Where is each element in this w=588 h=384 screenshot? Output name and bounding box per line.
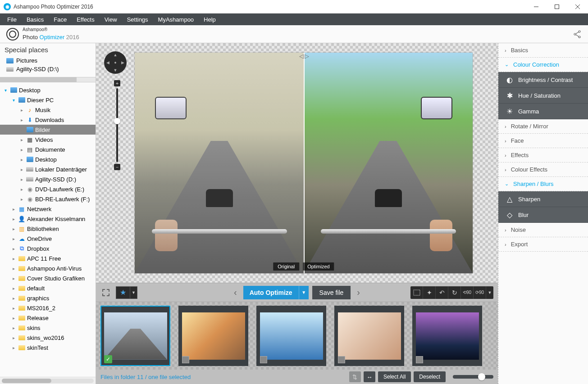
menu-view[interactable]: View [100, 14, 122, 25]
expand-arrow-icon[interactable]: ▸ [11, 256, 16, 261]
tools-dropdown-icon[interactable]: ▼ [486, 286, 493, 299]
accordion-header-colour-effects[interactable]: ›Colour Effects [498, 163, 588, 177]
thumbnail[interactable] [412, 306, 482, 366]
folder-tree[interactable]: ▾Desktop▾Dieser PC▸♪Musik▸⬇Downloads▸Bil… [0, 82, 96, 377]
tree-row[interactable]: ▸◉DVD-Laufwerk (E:) [0, 184, 96, 194]
tree-horizontal-scrollbar[interactable] [0, 377, 96, 384]
compare-divider[interactable]: ◁▷ [304, 53, 305, 273]
save-file-button[interactable]: Save file [312, 286, 351, 299]
special-places-scrollbar[interactable] [0, 77, 96, 82]
thumbnail[interactable] [334, 306, 404, 366]
thumbnail-size-slider[interactable] [453, 375, 493, 379]
sort-button[interactable]: ⇅ [349, 371, 361, 382]
expand-arrow-icon[interactable]: ▸ [11, 325, 16, 330]
thumbnail[interactable]: ✓ [100, 306, 170, 366]
accordion-header-sharpen-blurs[interactable]: ⌄Sharpen / Blurs [498, 177, 588, 191]
tree-row[interactable]: ▸◉BD-RE-Laufwerk (F:) [0, 194, 96, 204]
tree-row[interactable]: ▸graphics [0, 293, 96, 303]
accordion-item-hue-saturation[interactable]: ✱Hue / Saturation [498, 88, 588, 104]
tree-row[interactable]: ▸Release [0, 313, 96, 323]
tree-row[interactable]: ▸default [0, 283, 96, 293]
magic-tool-icon[interactable]: ✦ [423, 286, 436, 299]
expand-arrow-icon[interactable]: ▸ [19, 137, 24, 142]
close-button[interactable] [567, 0, 588, 14]
expand-arrow-icon[interactable]: ▸ [19, 157, 24, 162]
expand-arrow-icon[interactable]: ▸ [19, 167, 24, 172]
tree-row[interactable]: ▸skins [0, 323, 96, 333]
expand-arrow-icon[interactable]: ▸ [19, 147, 24, 152]
accordion-item-sharpen[interactable]: △Sharpen [498, 191, 588, 207]
accordion-header-noise[interactable]: ›Noise [498, 223, 588, 237]
expand-arrow-icon[interactable]: ▾ [3, 88, 8, 93]
select-all-button[interactable]: Select All [378, 371, 411, 382]
expand-arrow-icon[interactable]: ▾ [11, 98, 16, 103]
fit-button[interactable]: ↔ [364, 371, 375, 382]
menu-myashampoo[interactable]: MyAshampoo [154, 14, 198, 25]
tree-row[interactable]: ▸👤Alexander Kisselmann [0, 214, 96, 224]
expand-arrow-icon[interactable]: ▸ [19, 197, 24, 202]
accordion-header-basics[interactable]: ›Basics [498, 43, 588, 58]
undo-icon[interactable]: ↶ [436, 286, 448, 299]
rotate-right-icon[interactable]: ⟳90 [474, 286, 486, 299]
tree-row[interactable]: ▾Dieser PC [0, 95, 96, 105]
tree-row[interactable]: ▸▦Videos [0, 135, 96, 145]
expand-arrow-icon[interactable]: ▸ [19, 108, 24, 113]
rating-dropdown-icon[interactable]: ▼ [130, 286, 137, 299]
zoom-in-button[interactable]: + [114, 80, 120, 86]
expand-arrow-icon[interactable]: ▸ [19, 177, 24, 182]
menu-file[interactable]: File [3, 14, 21, 25]
tree-row[interactable]: ▸⬇Downloads [0, 115, 96, 125]
tree-row[interactable]: ▸MS2016_2 [0, 303, 96, 313]
auto-optimize-dropdown-icon[interactable]: ▼ [299, 286, 309, 299]
tree-row[interactable]: ▸Bilder [0, 125, 96, 135]
thumbnail[interactable] [178, 306, 248, 366]
expand-arrow-icon[interactable]: ▸ [11, 345, 16, 350]
expand-arrow-icon[interactable]: ▸ [11, 296, 16, 301]
thumbnail[interactable] [256, 306, 326, 366]
tree-row[interactable]: ▸Ashampoo Anti-Virus [0, 263, 96, 273]
tree-row[interactable]: ▸skins_wo2016 [0, 333, 96, 343]
tree-row[interactable]: ▸♪Musik [0, 105, 96, 115]
accordion-header-export[interactable]: ›Export [498, 237, 588, 252]
redo-icon[interactable]: ↻ [448, 286, 461, 299]
expand-arrow-icon[interactable]: ▸ [11, 266, 16, 271]
expand-arrow-icon[interactable]: ▸ [11, 316, 16, 321]
share-icon[interactable] [573, 30, 582, 39]
accordion-header-rotate-mirror[interactable]: ›Rotate / Mirror [498, 119, 588, 134]
expand-arrow-icon[interactable]: ▸ [19, 117, 24, 122]
menu-help[interactable]: Help [199, 14, 220, 25]
accordion-item-gamma[interactable]: ☀Gamma [498, 104, 588, 119]
expand-arrow-icon[interactable]: ▸ [11, 246, 16, 251]
tree-row[interactable]: ▸⧉Dropbox [0, 244, 96, 253]
accordion-item-brightness-contrast[interactable]: ◐Brightness / Contrast [498, 72, 588, 88]
menu-face[interactable]: Face [49, 14, 71, 25]
tree-row[interactable]: ▾Desktop [0, 85, 96, 95]
star-icon[interactable]: ★ [116, 286, 130, 299]
expand-arrow-icon[interactable]: ▸ [19, 127, 24, 132]
pan-navigator[interactable]: ▲ ◀●▶ ▼ [104, 51, 127, 74]
accordion-header-colour-correction[interactable]: ⌄Colour Correction [498, 58, 588, 72]
tree-row[interactable]: ▸skinTest [0, 343, 96, 352]
zoom-handle[interactable] [114, 118, 120, 124]
special-place-item[interactable]: Agility-SSD (D:\) [4, 65, 92, 73]
zoom-out-button[interactable]: − [114, 164, 120, 170]
expand-arrow-icon[interactable]: ▸ [11, 276, 16, 281]
expand-arrow-icon[interactable]: ▸ [11, 286, 16, 291]
tree-row[interactable]: ▸▤Dokumente [0, 145, 96, 154]
tree-row[interactable]: ▸APC 11 Free [0, 253, 96, 263]
accordion-item-blur[interactable]: ◇Blur [498, 207, 588, 223]
tree-row[interactable]: ▸☁OneDrive [0, 234, 96, 244]
fullscreen-button[interactable] [100, 287, 111, 298]
special-place-item[interactable]: Pictures [4, 56, 92, 65]
zoom-slider[interactable]: + − [114, 80, 120, 170]
filmstrip[interactable]: ✓ [96, 302, 498, 370]
auto-optimize-button[interactable]: Auto Optimize ▼ [243, 286, 309, 299]
minimize-button[interactable] [526, 0, 547, 14]
expand-arrow-icon[interactable]: ▸ [11, 226, 16, 231]
expand-arrow-icon[interactable]: ▸ [11, 335, 16, 340]
tree-row[interactable]: ▸Cover Studio Grafiken [0, 273, 96, 283]
menu-effects[interactable]: Effects [72, 14, 99, 25]
compare-view[interactable]: ◁▷ Original Optimized [135, 53, 473, 273]
tree-row[interactable]: ▸Lokaler Datenträger [0, 164, 96, 174]
expand-arrow-icon[interactable]: ▸ [11, 236, 16, 241]
